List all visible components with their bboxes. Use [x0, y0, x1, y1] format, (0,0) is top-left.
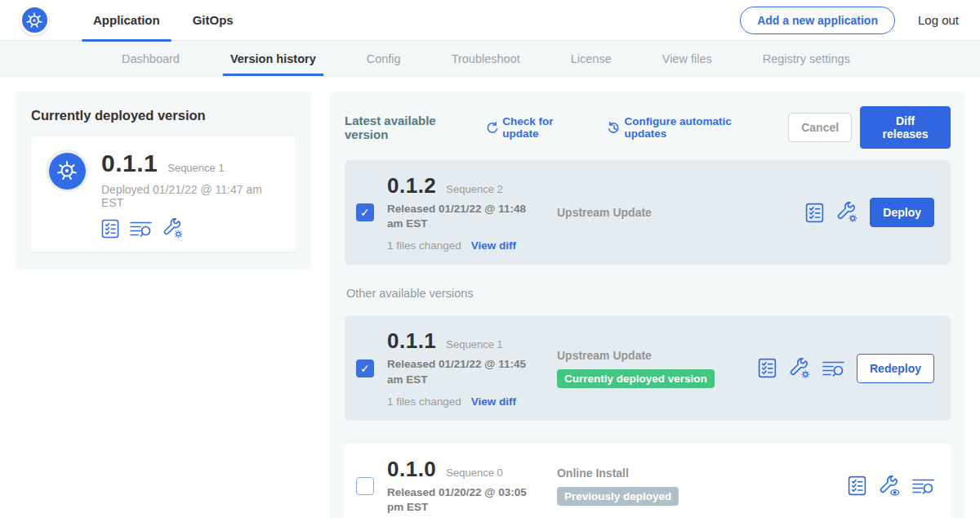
other-versions-label: Other available versions — [346, 287, 949, 300]
refresh-icon — [485, 121, 498, 135]
available-panel-header: Latest available version Check for updat… — [345, 106, 951, 149]
deployed-version-info: 0.1.1 Sequence 1 Deployed 01/21/22 @ 11:… — [101, 150, 281, 239]
preflight-checks-icon[interactable] — [758, 358, 777, 378]
version-source: Online Install Previously deployed — [557, 467, 745, 506]
version-card-0-1-1: 0.1.1 Sequence 1 Released 01/21/22 @ 11:… — [345, 315, 951, 420]
deploy-button[interactable]: Deploy — [870, 198, 934, 227]
available-panel-title: Latest available version — [345, 114, 475, 141]
version-number: 0.1.2 — [387, 173, 436, 199]
edit-config-icon[interactable] — [789, 358, 810, 379]
version-meta: 0.1.1 Sequence 1 Released 01/21/22 @ 11:… — [387, 328, 544, 407]
top-header: Application GitOps Add a new application… — [0, 0, 980, 41]
version-meta: 0.1.2 Sequence 2 Released 01/21/22 @ 11:… — [387, 173, 544, 252]
version-actions — [848, 476, 934, 497]
edit-config-icon[interactable] — [836, 202, 858, 223]
available-versions-panel: Latest available version Check for updat… — [330, 92, 965, 518]
tab-troubleshoot[interactable]: Troubleshoot — [426, 41, 546, 76]
kubernetes-wheel-icon — [49, 153, 86, 190]
tab-application[interactable]: Application — [77, 0, 176, 41]
view-config-icon[interactable] — [879, 476, 900, 497]
version-card-0-1-0: 0.1.0 Sequence 0 Released 01/20/22 @ 03:… — [345, 444, 951, 518]
preflight-checks-icon[interactable] — [101, 219, 119, 239]
version-source: Upstream Update Currently deployed versi… — [557, 349, 745, 388]
deploy-logs-icon[interactable] — [912, 477, 934, 495]
add-new-application-button[interactable]: Add a new application — [740, 7, 895, 34]
deployed-sequence-label: Sequence 1 — [167, 162, 224, 174]
version-actions: Deploy — [805, 198, 934, 227]
cancel-button[interactable]: Cancel — [788, 113, 852, 142]
kubernetes-wheel-icon — [22, 7, 47, 33]
sequence-label: Sequence 2 — [446, 183, 502, 195]
configure-auto-updates-link[interactable]: Configure automatic updates — [608, 115, 769, 140]
version-source: Upstream Update — [557, 206, 745, 219]
preflight-checks-icon[interactable] — [848, 476, 866, 496]
check-for-update-link[interactable]: Check for update — [485, 115, 587, 140]
version-number: 0.1.1 — [387, 328, 436, 354]
currently-deployed-badge: Currently deployed version — [557, 369, 715, 388]
edit-config-icon[interactable] — [163, 218, 183, 239]
released-timestamp: Released 01/20/22 @ 03:05 pm EST — [387, 485, 544, 515]
app-subnav: Dashboard Version history Config Trouble… — [0, 41, 980, 77]
view-diff-link[interactable]: View diff — [471, 395, 516, 408]
version-meta: 0.1.0 Sequence 0 Released 01/20/22 @ 03:… — [387, 457, 544, 515]
tab-version-history[interactable]: Version history — [205, 41, 341, 76]
released-timestamp: Released 01/21/22 @ 11:45 am EST — [387, 357, 544, 386]
version-card-0-1-2: 0.1.2 Sequence 2 Released 01/21/22 @ 11:… — [345, 160, 951, 265]
tab-license[interactable]: License — [546, 41, 637, 76]
redeploy-button[interactable]: Redeploy — [857, 354, 934, 383]
deployed-timestamp: Deployed 01/21/22 @ 11:47 am EST — [101, 183, 281, 209]
deploy-logs-icon[interactable] — [822, 359, 844, 377]
preflight-checks-icon[interactable] — [805, 203, 824, 223]
deploy-logs-icon[interactable] — [130, 220, 152, 238]
deployed-panel-title: Currently deployed version — [31, 108, 296, 123]
deployed-version-number: 0.1.1 — [101, 150, 158, 177]
files-changed-label: 1 files changed — [387, 239, 461, 252]
sequence-label: Sequence 1 — [446, 338, 502, 351]
version-checkbox[interactable] — [356, 477, 374, 495]
deployed-version-card: 0.1.1 Sequence 1 Deployed 01/21/22 @ 11:… — [31, 136, 296, 252]
tab-gitops[interactable]: GitOps — [176, 0, 250, 41]
view-diff-link[interactable]: View diff — [471, 239, 516, 252]
version-number: 0.1.0 — [387, 457, 436, 482]
main-tabs: Application GitOps — [77, 0, 250, 41]
tab-registry-settings[interactable]: Registry settings — [737, 41, 875, 76]
clock-update-icon — [608, 121, 621, 135]
tab-config[interactable]: Config — [341, 41, 426, 76]
logout-button[interactable]: Log out — [918, 13, 959, 27]
previously-deployed-badge: Previously deployed — [557, 487, 679, 506]
main-content: Currently deployed version 0.1.1 Sequenc… — [0, 77, 980, 518]
released-timestamp: Released 01/21/22 @ 11:48 am EST — [387, 202, 544, 231]
files-changed-label: 1 files changed — [387, 395, 461, 408]
version-checkbox[interactable] — [356, 359, 374, 377]
app-logo — [20, 6, 49, 35]
diff-releases-button[interactable]: Diff releases — [860, 106, 951, 149]
sequence-label: Sequence 0 — [446, 467, 502, 479]
version-actions: Redeploy — [758, 354, 934, 383]
version-checkbox[interactable] — [356, 203, 374, 221]
currently-deployed-panel: Currently deployed version 0.1.1 Sequenc… — [15, 92, 312, 270]
tab-view-files[interactable]: View files — [637, 41, 737, 76]
tab-dashboard[interactable]: Dashboard — [96, 41, 205, 76]
app-logo-ring — [46, 150, 88, 192]
